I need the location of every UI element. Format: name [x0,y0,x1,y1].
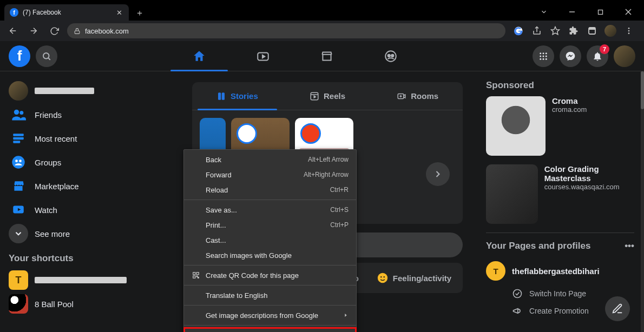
watch-icon [9,200,28,220]
sidebar-item-see-more[interactable]: See more [4,222,174,245]
notifications-button[interactable]: 7 [587,45,608,67]
svg-point-14 [628,32,630,34]
window-close-button[interactable] [616,4,641,19]
page-avatar-icon: T [486,261,505,281]
svg-point-27 [546,55,547,57]
search-button[interactable] [36,45,57,67]
chrome-menu-button[interactable] [621,23,636,38]
svg-point-54 [380,276,382,277]
context-menu-item[interactable]: Save as...Ctrl+S [184,202,356,217]
sidebar-item-label: Marketplace [35,182,79,191]
extensions-icon[interactable] [566,23,581,38]
tab-groups[interactable] [361,41,420,71]
svg-point-24 [546,52,547,54]
more-icon[interactable]: ••• [625,241,634,251]
context-menu-item[interactable]: BackAlt+Left Arrow [184,152,356,167]
svg-point-25 [540,55,541,57]
left-nav: Friends Most recent Groups Marketplace W… [0,71,179,332]
close-tab-button[interactable]: ✕ [115,8,123,17]
marketplace-icon [9,176,28,196]
megaphone-icon [512,306,523,316]
tab-home[interactable] [169,41,229,71]
svg-rect-58 [196,273,199,275]
window-minimize-button[interactable] [560,4,584,19]
nav-reload-button[interactable] [47,23,62,38]
sidebar-item-friends[interactable]: Friends [4,103,174,127]
account-avatar[interactable] [614,45,635,67]
context-menu-item[interactable]: Cast... [184,233,356,248]
facebook-logo[interactable]: f [9,45,30,67]
nav-forward-button[interactable] [26,23,41,38]
google-icon[interactable] [511,23,526,38]
browser-tab[interactable]: f (7) Facebook ✕ [4,4,129,21]
feeling-activity-button[interactable]: Feeling/activity [371,266,457,290]
context-menu-item[interactable]: Search images with Google [184,248,356,263]
context-menu-item[interactable]: Translate to English [184,288,356,303]
notification-badge: 7 [600,44,609,54]
friends-icon [9,105,28,124]
stories-icon [216,91,226,101]
shortcut-item[interactable]: T [4,268,174,292]
svg-point-26 [543,55,544,57]
stories-next-button[interactable] [426,162,450,186]
app-menu-button[interactable] [533,45,554,67]
shortcut-item-8ball[interactable]: 8 Ball Pool [4,292,174,316]
svg-rect-11 [589,28,595,30]
context-menu-item[interactable]: Create QR Code for this page [184,268,356,283]
sidebar-item-label: Most recent [35,134,77,143]
messenger-button[interactable] [560,45,581,67]
svg-point-30 [546,58,547,59]
sidebar-item-watch[interactable]: Watch [4,198,174,222]
svg-rect-33 [13,134,24,136]
share-icon[interactable] [529,23,544,38]
svg-point-12 [628,28,630,29]
sidebar-item-label: Friends [35,110,62,119]
nav-back-button[interactable] [5,23,21,38]
context-menu-item[interactable]: View page sourceCtrl+U [184,328,356,332]
url-text: facebook.com [85,27,129,35]
address-bar[interactable]: facebook.com [67,23,505,38]
tab-watch[interactable] [233,41,293,71]
tab-stories[interactable]: Stories [192,82,282,110]
profile-avatar-icon[interactable] [603,23,618,38]
svg-point-19 [385,51,396,62]
sponsored-ad[interactable]: Color Grading Masterclass courses.waqasq… [486,164,634,224]
groups-icon [9,152,28,172]
sponsored-ad[interactable]: Croma croma.com [486,96,634,156]
context-menu-item[interactable]: ReloadCtrl+R [184,182,356,197]
new-tab-button[interactable]: ＋ [132,5,147,21]
rooms-icon [397,91,406,101]
sidebar-item-groups[interactable]: Groups [4,150,174,174]
sidebar-item-label: See more [35,229,70,238]
svg-point-29 [543,58,544,59]
svg-rect-41 [218,92,221,100]
chevron-down-icon[interactable] [531,4,556,19]
story-avatar-ring [236,123,257,144]
sidebar-item-marketplace[interactable]: Marketplace [4,174,174,198]
sidebar-item-most-recent[interactable]: Most recent [4,127,174,150]
fb-header: f 7 [0,41,644,71]
tab-overview-icon[interactable] [584,23,600,38]
svg-point-20 [388,54,390,56]
context-menu-item[interactable]: Print...Ctrl+P [184,217,356,233]
tab-marketplace[interactable] [297,41,357,71]
svg-marker-62 [345,314,346,317]
sponsored-heading: Sponsored [486,80,634,91]
page-item[interactable]: T theflabbergastedbihari [486,257,634,285]
svg-point-37 [15,160,18,162]
window-maximize-button[interactable] [588,4,613,19]
svg-point-55 [383,276,384,277]
tab-reels[interactable]: Reels [282,82,373,110]
bookmark-star-icon[interactable] [548,23,563,38]
context-menu-item[interactable]: ForwardAlt+Right Arrow [184,167,356,182]
right-column: Sponsored Croma croma.com Color Grading … [476,71,644,332]
svg-rect-1 [598,10,602,14]
svg-point-23 [543,52,544,54]
context-menu-item[interactable]: Get image descriptions from Google [184,308,356,323]
svg-rect-35 [13,141,20,143]
sidebar-item-profile[interactable] [4,79,174,103]
tab-rooms[interactable]: Rooms [372,82,463,110]
svg-rect-6 [75,30,80,33]
edit-fab-button[interactable] [605,296,630,321]
vertical-scrollbar[interactable] [641,71,644,332]
